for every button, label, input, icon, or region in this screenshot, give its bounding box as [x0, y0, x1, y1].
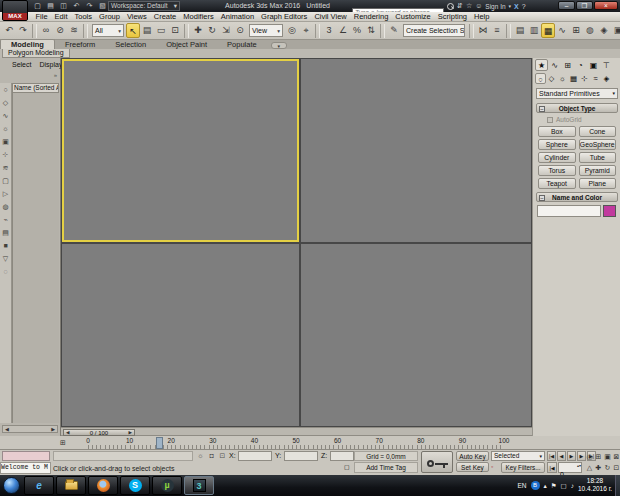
search-icon[interactable] [447, 3, 454, 10]
new-file-icon[interactable]: ▢ [32, 1, 43, 11]
display-lights-icon[interactable]: ☼ [2, 122, 8, 135]
pivot-center-icon[interactable]: ◎ [285, 23, 299, 38]
undo-icon[interactable]: ↶ [71, 1, 82, 11]
angle-snap-icon[interactable]: ∠ [336, 23, 350, 38]
close-button[interactable]: × [594, 1, 618, 10]
redo-icon[interactable]: ↷ [16, 23, 30, 38]
display-none-icon[interactable]: ○ [3, 83, 7, 96]
subscription-icon[interactable]: ⇵ [457, 2, 463, 10]
workspace-dropdown[interactable]: Workspace: Default ▾ [108, 1, 180, 11]
select-by-name-icon[interactable]: ▤ [140, 23, 154, 38]
rendered-frame-icon[interactable]: ▣ [611, 23, 620, 38]
named-selection-dropdown[interactable]: Create Selection Se▾ [403, 24, 465, 37]
collapse-icon[interactable]: − [539, 195, 545, 201]
previous-frame-icon[interactable]: ◀ [66, 430, 69, 435]
mini-curve-editor-icon[interactable]: ⊞ [57, 438, 69, 448]
percent-snap-icon[interactable]: % [350, 23, 364, 38]
application-menu-button[interactable]: MAX [2, 0, 28, 21]
ref-coord-dropdown[interactable]: View▾ [249, 24, 283, 37]
selection-set-dropdown[interactable]: Selected ▾ [491, 451, 545, 461]
menu-tools[interactable]: Tools [71, 12, 96, 22]
tab-object-paint[interactable]: Object Paint [156, 40, 217, 49]
maxscript-mini-listener-input[interactable] [2, 451, 50, 461]
redo-icon[interactable]: ↷ [84, 1, 95, 11]
primitive-pyramid-button[interactable]: Pyramid [579, 165, 617, 176]
minimize-button[interactable]: – [558, 1, 575, 10]
shapes-icon[interactable]: ◇ [546, 73, 557, 84]
material-editor-icon[interactable]: ◍ [583, 23, 597, 38]
scene-object-list[interactable] [12, 93, 59, 423]
taskbar-utorrent[interactable]: µ [152, 476, 182, 495]
auto-key-button[interactable]: Auto Key [456, 451, 489, 461]
x-coordinate-field[interactable] [238, 451, 272, 461]
previous-frame-button[interactable]: ◀ [557, 451, 566, 461]
snap-3d-toggle-icon[interactable]: 3 [322, 23, 336, 38]
scroll-left-icon[interactable]: ◀ [5, 426, 9, 432]
coordinate-input[interactable] [285, 460, 317, 468]
menu-select[interactable]: Select [12, 61, 31, 68]
menu-animation[interactable]: Animation [217, 12, 257, 22]
object-name-field[interactable] [537, 205, 601, 217]
network-tray-icon[interactable]: ▢ [561, 482, 567, 490]
object-type-rollout[interactable]: − Object Type [536, 103, 618, 113]
help-icon[interactable]: ? [522, 3, 526, 10]
tab-selection[interactable]: Selection [105, 40, 156, 49]
explorer-scrollbar[interactable]: ◀ ▶ [2, 425, 58, 433]
spacewarps-icon[interactable]: ≈ [590, 73, 601, 84]
geometry-icon[interactable]: ○ [535, 73, 546, 84]
collapse-icon[interactable]: − [539, 106, 545, 112]
bluetooth-tray-icon[interactable]: B [531, 481, 540, 490]
show-desktop-button[interactable] [615, 475, 620, 496]
undo-icon[interactable]: ↶ [2, 23, 16, 38]
render-setup-icon[interactable]: ◈ [597, 23, 611, 38]
action-center-flag-icon[interactable]: ⚑ [551, 482, 557, 490]
primitive-box-button[interactable]: Box [538, 126, 576, 137]
absolute-offset-icon[interactable]: ⊡ [218, 451, 227, 461]
primitive-plane-button[interactable]: Plane [579, 178, 617, 189]
coordinate-input[interactable] [331, 460, 353, 468]
layer-explorer-toggle-icon[interactable]: ▥ [527, 23, 541, 38]
curve-editor-icon[interactable]: ∿ [555, 23, 569, 38]
unlink-icon[interactable]: ⊘ [53, 23, 67, 38]
menu-customize[interactable]: Customize [392, 12, 434, 22]
menu-modifiers[interactable]: Modifiers [180, 12, 217, 22]
edit-selection-sets-icon[interactable]: ✎ [387, 23, 401, 38]
save-file-icon[interactable]: ◫ [58, 1, 69, 11]
helpers-icon[interactable]: ⊹ [579, 73, 590, 84]
menu-group[interactable]: Group [96, 12, 124, 22]
field-of-view-icon[interactable]: △ [585, 462, 594, 473]
time-slider-track[interactable]: ◀ 0 / 100 ▶ [61, 427, 532, 436]
selection-lock-icon[interactable]: ◘ [207, 451, 216, 461]
z-coordinate-field[interactable] [330, 451, 354, 461]
open-file-icon[interactable]: ▤ [45, 1, 56, 11]
align-icon[interactable]: ≡ [490, 23, 504, 38]
add-time-tag-button[interactable]: Add Time Tag [354, 462, 418, 473]
next-frame-icon[interactable]: ▶ [129, 430, 132, 435]
systems-icon[interactable]: ◈ [601, 73, 612, 84]
hierarchy-tab-icon[interactable]: ⊞ [561, 59, 574, 71]
play-button[interactable]: ▶ [567, 451, 576, 461]
zoom-extents-all-icon[interactable]: ⊠ [612, 451, 620, 462]
chevron-down-icon[interactable]: ▾ [509, 3, 512, 9]
select-rotate-icon[interactable]: ↻ [205, 23, 219, 38]
track-bar[interactable]: ⊞ 0102030405060708090100 [0, 436, 620, 450]
schematic-view-icon[interactable]: ⊞ [569, 23, 583, 38]
window-crossing-icon[interactable]: ⊡ [168, 23, 182, 38]
taskbar-windows-explorer[interactable] [56, 476, 86, 495]
display-spacewarps-icon[interactable]: ≋ [3, 161, 9, 174]
select-place-icon[interactable]: ⊙ [233, 23, 247, 38]
primitive-torus-button[interactable]: Torus [538, 165, 576, 176]
name-column-header[interactable]: Name (Sorted Ascer [12, 83, 59, 93]
display-cameras-icon[interactable]: ▣ [2, 135, 9, 148]
key-filters-button[interactable]: Key Filters... [501, 462, 545, 473]
primitive-teapot-button[interactable]: Teapot [538, 178, 576, 189]
primitive-cylinder-button[interactable]: Cylinder [538, 152, 576, 163]
selection-filter-dropdown[interactable]: All▾ [92, 24, 124, 37]
maximize-viewport-icon[interactable]: ⊡ [612, 462, 620, 473]
zoom-extents-icon[interactable]: ▣ [603, 451, 612, 462]
tab-freeform[interactable]: Freeform [55, 40, 105, 49]
set-keys-button[interactable] [421, 451, 453, 473]
display-groups-icon[interactable]: ▢ [2, 174, 9, 187]
menu-views[interactable]: Views [123, 12, 150, 22]
select-manipulate-icon[interactable]: ⌖ [299, 23, 313, 38]
